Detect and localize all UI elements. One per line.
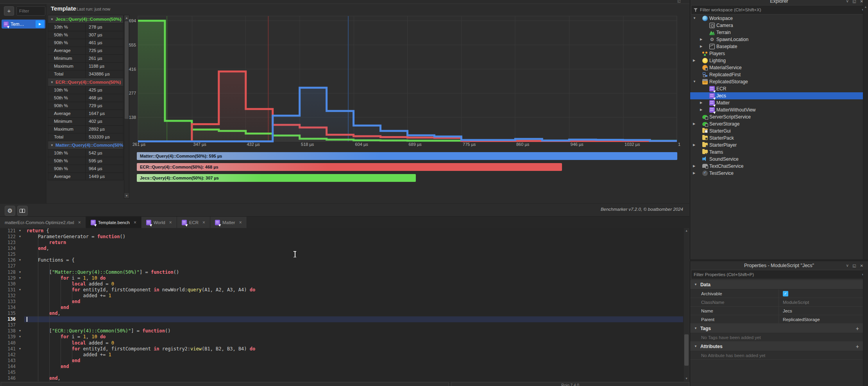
code-line[interactable]: 146 end, bbox=[0, 375, 683, 381]
explorer-scrollbar[interactable]: ▲ bbox=[863, 0, 868, 259]
tab-matterecr-common-optimize2-rbxl[interactable]: matterEcr-Common-Optimize2.rbxl× bbox=[0, 217, 86, 228]
tab-close-icon[interactable]: × bbox=[134, 220, 136, 225]
tree-item-starterplayer[interactable]: ▶StarterPlayer bbox=[690, 142, 863, 149]
scroll-down-icon[interactable]: ▼ bbox=[684, 376, 689, 381]
tab-ecr[interactable]: ECR× bbox=[177, 217, 210, 228]
code-line[interactable]: 142 added += 1 bbox=[0, 352, 683, 358]
code-line[interactable]: 129▼ for i = 1, 10 do bbox=[0, 275, 683, 281]
code-line[interactable]: 121▼return { bbox=[0, 228, 683, 234]
tree-item-soundservice[interactable]: SoundService bbox=[690, 156, 863, 163]
expander-right-icon[interactable]: ▶ bbox=[700, 45, 702, 48]
settings-button[interactable]: ⚙ bbox=[5, 206, 15, 216]
code-line[interactable]: 133 end bbox=[0, 299, 683, 305]
docs-button[interactable] bbox=[17, 206, 28, 216]
code-line[interactable]: 138▼ ["ECR::Query(4)::Common(50%)"] = fu… bbox=[0, 328, 683, 334]
fold-arrow-icon[interactable]: ▼ bbox=[16, 257, 24, 263]
property-section-tags[interactable]: ▼Tags+ bbox=[690, 324, 863, 333]
code-line[interactable]: 124 end, bbox=[0, 246, 683, 251]
code-line[interactable]: 126▼ Functions = { bbox=[0, 257, 683, 263]
property-row-name[interactable]: NameJecs bbox=[690, 307, 863, 315]
tab-template-bench[interactable]: Template.bench× bbox=[86, 217, 141, 228]
property-row-parent[interactable]: ParentReplicatedStorage bbox=[690, 315, 863, 324]
stat-section-header[interactable]: ▼ECR::Query(4)::Common(50%) bbox=[48, 78, 123, 86]
expander-right-icon[interactable]: ▶ bbox=[693, 171, 695, 175]
tree-item-materialservice[interactable]: MaterialService bbox=[690, 64, 863, 71]
property-row-classname[interactable]: ClassNameModuleScript bbox=[690, 298, 863, 307]
fold-arrow-icon[interactable]: ▼ bbox=[16, 334, 24, 340]
fold-arrow-icon[interactable]: ▼ bbox=[16, 287, 24, 293]
popout-icon[interactable]: ◱ bbox=[852, 0, 856, 4]
fold-arrow-icon[interactable]: ▼ bbox=[16, 234, 24, 240]
tree-item-starterpack[interactable]: StarterPack bbox=[690, 135, 863, 142]
close-icon[interactable]: ✕ bbox=[860, 264, 863, 268]
expander-right-icon[interactable]: ▶ bbox=[693, 59, 695, 62]
benchmark-filter-input[interactable] bbox=[16, 6, 45, 16]
explorer-filter[interactable]: Filter workspace (Ctrl+Shift+X) ▼ bbox=[691, 5, 867, 14]
tree-item-teams[interactable]: Teams bbox=[690, 149, 863, 156]
property-section-data[interactable]: ▼Data bbox=[690, 280, 863, 289]
tab-close-icon[interactable]: × bbox=[239, 220, 242, 225]
sidebar-item-template[interactable]: Tem… ▶ bbox=[2, 20, 45, 29]
checkbox-checked[interactable]: ✓ bbox=[783, 291, 788, 296]
tab-close-icon[interactable]: × bbox=[169, 220, 172, 225]
fold-arrow-icon[interactable]: ▼ bbox=[16, 328, 24, 334]
tree-item-baseplate[interactable]: ▶Baseplate bbox=[690, 43, 863, 50]
tree-item-players[interactable]: Players bbox=[690, 50, 863, 57]
code-line[interactable]: 144 end bbox=[0, 364, 683, 370]
chevron-down-icon[interactable]: ˅ bbox=[846, 0, 848, 4]
code-line[interactable]: 135 end, bbox=[0, 311, 683, 316]
script-editor[interactable]: 121▼return {122▼ ParameterGenerator = fu… bbox=[0, 228, 689, 381]
chevron-down-icon[interactable]: ▼ bbox=[694, 327, 697, 330]
tree-item-ecr[interactable]: ECR bbox=[690, 85, 863, 92]
tree-item-replicatedfirst[interactable]: ReplicatedFirst bbox=[690, 71, 863, 78]
expander-down-icon[interactable]: ▼ bbox=[693, 80, 696, 83]
tree-item-textchatservice[interactable]: ▶TextChatService bbox=[690, 163, 863, 170]
tree-item-terrain[interactable]: Terrain bbox=[690, 29, 863, 36]
fold-arrow-icon[interactable]: ▼ bbox=[16, 228, 24, 234]
expander-right-icon[interactable]: ▶ bbox=[700, 101, 702, 104]
code-line[interactable]: 125 bbox=[0, 251, 683, 257]
code-line[interactable]: 122▼ ParameterGenerator = function() bbox=[0, 234, 683, 240]
editor-scrollbar[interactable]: ▲ ▼ bbox=[683, 228, 689, 381]
properties-filter[interactable]: Filter Properties (Ctrl+Shift+P) ▼ bbox=[691, 270, 867, 279]
code-line[interactable]: 134 end bbox=[0, 305, 683, 311]
code-line[interactable]: 141▼ for entityId, firstComponent in reg… bbox=[0, 346, 683, 352]
tab-matter[interactable]: Matter× bbox=[210, 217, 247, 228]
chevron-down-icon[interactable]: ˅ bbox=[846, 264, 848, 268]
tab-close-icon[interactable]: × bbox=[78, 220, 81, 225]
expander-right-icon[interactable]: ▶ bbox=[693, 164, 695, 168]
window-restore-icon[interactable]: ◱ bbox=[677, 0, 681, 3]
fold-arrow-icon[interactable]: ▼ bbox=[16, 346, 24, 352]
tree-item-matter[interactable]: ▶Matter bbox=[690, 99, 863, 106]
property-row-archivable[interactable]: Archivable✓ bbox=[690, 289, 863, 298]
chevron-down-icon[interactable]: ▼ bbox=[694, 345, 697, 348]
code-line[interactable]: 123 return bbox=[0, 240, 683, 246]
stat-section-header[interactable]: ▼Matter::Query(4)::Common(50%) bbox=[48, 141, 123, 149]
add-icon[interactable]: + bbox=[856, 343, 859, 350]
code-line[interactable]: 131▼ for entityId, firstComponent in new… bbox=[0, 287, 683, 293]
tree-item-startergui[interactable]: StarterGui bbox=[690, 127, 863, 135]
code-line[interactable]: 139▼ for i = 1, 10 do bbox=[0, 334, 683, 340]
code-line[interactable]: 145 bbox=[0, 370, 683, 375]
expander-down-icon[interactable]: ▼ bbox=[693, 16, 696, 20]
fold-arrow-icon[interactable]: ▼ bbox=[16, 269, 24, 275]
code-line[interactable]: 140 local added = 0 bbox=[0, 340, 683, 346]
fold-arrow-icon[interactable]: ▼ bbox=[16, 275, 24, 281]
tree-item-jecs[interactable]: Jecs bbox=[690, 92, 863, 99]
properties-scrollbar[interactable] bbox=[863, 270, 868, 386]
tree-item-camera[interactable]: Camera bbox=[690, 22, 863, 29]
tab-close-icon[interactable]: × bbox=[202, 220, 205, 225]
popout-icon[interactable]: ◱ bbox=[852, 264, 856, 268]
code-line[interactable]: 130 local added = 0 bbox=[0, 281, 683, 287]
tree-item-workspace[interactable]: ▼Workspace bbox=[690, 15, 863, 22]
chevron-down-icon[interactable]: ▼ bbox=[694, 283, 697, 286]
expander-right-icon[interactable]: ▶ bbox=[700, 38, 702, 41]
code-line[interactable]: 136 bbox=[0, 316, 683, 322]
code-line[interactable]: 127 bbox=[0, 263, 683, 269]
tree-item-testservice[interactable]: ▶TestService bbox=[690, 170, 863, 177]
tree-item-serverscriptservice[interactable]: ServerScriptService bbox=[690, 113, 863, 120]
add-icon[interactable]: + bbox=[856, 325, 859, 332]
scrollbar-handle[interactable] bbox=[684, 334, 689, 366]
code-line[interactable]: 137 bbox=[0, 322, 683, 328]
expander-right-icon[interactable]: ▶ bbox=[693, 143, 695, 147]
